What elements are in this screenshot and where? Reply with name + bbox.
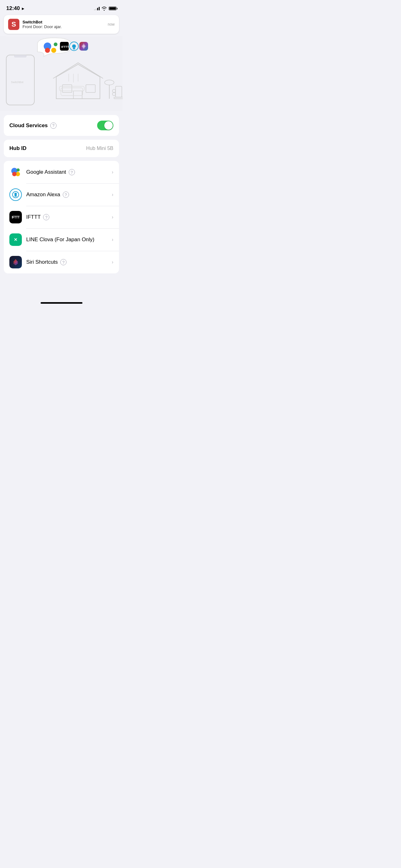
google-assistant-icon-wrap xyxy=(9,166,22,178)
svg-text:SwitchBot: SwitchBot xyxy=(11,81,24,84)
siri-shortcuts-help-icon[interactable]: ? xyxy=(60,259,67,265)
hero-illustration: SwitchBot xyxy=(0,36,123,111)
status-time: 12:40 ► xyxy=(6,5,25,11)
amazon-alexa-help-icon[interactable]: ? xyxy=(63,191,69,198)
status-icons xyxy=(94,6,116,11)
location-icon: ► xyxy=(21,6,25,11)
notif-text: SwitchBot Front Door: Door ajar. xyxy=(23,20,62,29)
home-bar xyxy=(41,302,82,304)
signal-bar-1 xyxy=(94,9,95,10)
line-clova-icon-wrap: ✕ xyxy=(9,234,22,246)
amazon-alexa-icon xyxy=(9,188,22,201)
svg-rect-3 xyxy=(14,55,27,58)
toggle-knob xyxy=(104,121,113,130)
signal-bars xyxy=(94,6,100,10)
google-assistant-help-icon[interactable]: ? xyxy=(69,169,75,175)
google-assistant-icon xyxy=(9,166,22,178)
notif-time: now xyxy=(108,22,114,27)
svg-point-32 xyxy=(12,172,16,176)
google-assistant-row[interactable]: Google Assistant ? › xyxy=(4,161,119,183)
amazon-alexa-chevron: › xyxy=(112,192,113,197)
cloud-services-toggle[interactable] xyxy=(97,121,113,130)
ifttt-help-icon[interactable]: ? xyxy=(43,214,49,220)
svg-point-35 xyxy=(14,195,17,197)
ifttt-chevron: › xyxy=(112,214,113,220)
signal-bar-3 xyxy=(97,8,98,10)
battery-icon xyxy=(109,6,116,10)
amazon-alexa-row[interactable]: Amazon Alexa ? › xyxy=(4,183,119,206)
siri-shortcuts-icon-wrap xyxy=(9,256,22,269)
battery-fill xyxy=(109,7,116,10)
line-clova-name: LINE Clova (For Japan Only) xyxy=(26,237,112,243)
cloud-services-row: Cloud Services ? xyxy=(4,115,119,136)
svg-text:IFTTT: IFTTT xyxy=(61,45,69,49)
amazon-alexa-icon-wrap xyxy=(9,188,22,201)
switchbot-app-icon: S xyxy=(8,19,20,30)
notif-body: Front Door: Door ajar. xyxy=(23,24,62,29)
amazon-alexa-name: Amazon Alexa ? xyxy=(26,191,112,198)
svg-point-21 xyxy=(54,42,58,46)
siri-shortcuts-row[interactable]: Siri Shortcuts ? › xyxy=(4,251,119,273)
services-list-card: Google Assistant ? › Amazon Alexa ? › xyxy=(4,161,119,273)
line-clova-row[interactable]: ✕ LINE Clova (For Japan Only) › xyxy=(4,228,119,251)
hero-svg: SwitchBot xyxy=(0,36,123,111)
line-clova-icon: ✕ xyxy=(9,234,22,246)
svg-point-19 xyxy=(51,48,56,53)
hub-id-value: Hub Mini 5B xyxy=(86,146,113,151)
ifttt-name: IFTTT ? xyxy=(26,214,112,220)
svg-text:✕: ✕ xyxy=(14,237,18,242)
siri-shortcuts-chevron: › xyxy=(112,259,113,265)
svg-point-33 xyxy=(16,168,20,172)
bottom-spacer xyxy=(0,277,123,296)
cloud-services-label: Cloud Services ? xyxy=(9,122,57,129)
cloud-services-card: Cloud Services ? xyxy=(4,115,119,136)
svg-point-36 xyxy=(14,193,17,195)
siri-shortcuts-icon xyxy=(9,256,22,269)
svg-point-20 xyxy=(45,48,50,53)
ifttt-icon-wrap: IFTTT xyxy=(9,211,22,223)
status-bar: 12:40 ► xyxy=(0,0,123,15)
notif-app-name: SwitchBot xyxy=(23,20,62,24)
notification-banner[interactable]: S SwitchBot Front Door: Door ajar. now xyxy=(4,15,119,34)
notif-left: S SwitchBot Front Door: Door ajar. xyxy=(8,19,62,30)
hub-id-card: Hub ID Hub Mini 5B xyxy=(4,140,119,157)
time-label: 12:40 xyxy=(6,5,20,11)
home-indicator[interactable] xyxy=(0,296,123,307)
google-assistant-chevron: › xyxy=(112,169,113,175)
signal-bar-2 xyxy=(96,9,97,10)
svg-point-26 xyxy=(73,48,75,50)
siri-shortcuts-name: Siri Shortcuts ? xyxy=(26,259,112,265)
ifttt-icon: IFTTT xyxy=(9,211,22,223)
hub-id-label: Hub ID xyxy=(9,145,27,152)
google-assistant-name: Google Assistant ? xyxy=(26,169,112,175)
line-clova-chevron: › xyxy=(112,237,113,243)
cloud-services-text: Cloud Services xyxy=(9,122,48,129)
wifi-icon xyxy=(101,6,107,11)
svg-point-25 xyxy=(72,44,76,48)
signal-bar-4 xyxy=(99,7,100,10)
ifttt-row[interactable]: IFTTT IFTTT ? › xyxy=(4,206,119,228)
cloud-services-help-icon[interactable]: ? xyxy=(50,122,57,129)
